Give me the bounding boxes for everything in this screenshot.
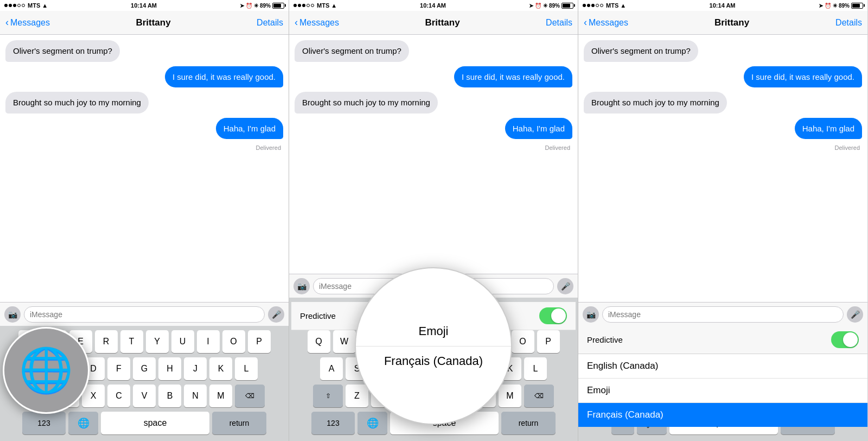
messages-area-2: Oliver's segment on trump? I sure did, i… [289, 35, 578, 274]
messages-area-3: Oliver's segment on trump? I sure did, i… [578, 35, 867, 302]
key2-m[interactable]: M [499, 385, 521, 407]
phone-panel-2: MTS ▲ 10:14 AM ➤ ⏰ ✳ 89% ‹ Messages Brit… [289, 0, 578, 441]
predictive-label-3: Predictive [587, 335, 826, 344]
key2-p[interactable]: P [537, 330, 560, 353]
lang-popup-fr-ca[interactable]: Français (Canada) [356, 346, 511, 376]
key-m[interactable]: M [209, 385, 232, 407]
time-2: 10:14 AM [420, 2, 446, 9]
lang-emoji[interactable]: Emoji [578, 379, 867, 403]
key-i[interactable]: I [197, 330, 220, 353]
message-row-2-1: Oliver's segment on trump? [295, 40, 572, 62]
key2-l[interactable]: L [524, 357, 547, 380]
key2-return[interactable]: return [501, 412, 556, 434]
key-j[interactable]: J [184, 357, 207, 380]
battery-fill-2 [563, 4, 570, 8]
message-row-1: Oliver's segment on trump? [5, 40, 283, 62]
key2-shift[interactable]: ⇧ [313, 385, 343, 407]
signal-3 [583, 4, 603, 7]
details-button-1[interactable]: Details [257, 18, 283, 28]
key2-q[interactable]: Q [308, 330, 330, 353]
camera-button-2[interactable]: 📷 [293, 278, 310, 294]
key2-z[interactable]: Z [346, 385, 368, 407]
predictive-toggle-3[interactable] [831, 331, 859, 348]
chevron-left-icon-2: ‹ [295, 17, 298, 28]
carrier-1: MTS [28, 2, 40, 9]
key-space[interactable]: space [101, 412, 209, 434]
message-row-2-3: Brought so much joy to my morning [295, 92, 572, 114]
key2-o[interactable]: O [512, 330, 534, 353]
input-bar-3: 📷 🎤 [578, 302, 867, 326]
magnify-circle-2: Emoji Français (Canada) [355, 267, 512, 425]
bubble-sent-1: I sure did, it was really good. [165, 66, 283, 88]
key-r[interactable]: R [95, 330, 118, 353]
mic-button-2[interactable]: 🎤 [557, 278, 573, 294]
dot2-2 [298, 4, 301, 7]
message-row-3-1: Oliver's segment on trump? [584, 40, 862, 62]
key2-a[interactable]: A [320, 357, 343, 380]
message-row-3-4: Haha, I'm glad [584, 118, 862, 140]
battery-fill-1 [273, 4, 281, 8]
key-h[interactable]: H [158, 357, 181, 380]
back-button-1[interactable]: ‹ Messages [5, 17, 50, 28]
message-row-3-3: Brought so much joy to my morning [584, 92, 862, 114]
key-k[interactable]: K [209, 357, 232, 380]
key-123[interactable]: 123 [22, 412, 66, 434]
details-button-2[interactable]: Details [546, 18, 572, 28]
nav-bar-3: ‹ Messages Brittany Details [578, 11, 867, 35]
key-delete[interactable]: ⌫ [235, 385, 265, 407]
key2-delete[interactable]: ⌫ [524, 385, 554, 407]
nav-bar-2: ‹ Messages Brittany Details [289, 11, 578, 35]
status-left-3: MTS ▲ [583, 2, 626, 9]
phone-panel-3: MTS ▲ 10:14 AM ➤ ⏰ ✳ 89% ‹ Messages Brit… [578, 0, 867, 441]
key-b[interactable]: B [158, 385, 181, 407]
mic-button-1[interactable]: 🎤 [268, 306, 284, 323]
camera-button-3[interactable]: 📷 [583, 306, 599, 323]
key-p[interactable]: P [248, 330, 271, 353]
key-return[interactable]: return [212, 412, 266, 434]
key-globe[interactable]: 🌐 [68, 412, 98, 434]
key-y[interactable]: Y [146, 330, 169, 353]
battery-fill-3 [852, 4, 860, 8]
dot4 [17, 4, 21, 7]
globe-icon-1: 🌐 [19, 345, 73, 396]
nav-title-1: Brittany [136, 17, 170, 28]
key-g[interactable]: G [133, 357, 156, 380]
keyboard-row-4: 123 🌐 space return [2, 412, 286, 434]
key-n[interactable]: N [184, 385, 207, 407]
key-f[interactable]: F [107, 357, 130, 380]
lang-english-canada[interactable]: English (Canada) [578, 354, 867, 379]
key-o[interactable]: O [222, 330, 245, 353]
key-u[interactable]: U [171, 330, 194, 353]
status-left-1: MTS ▲ [4, 2, 48, 9]
lang-popup-emoji[interactable]: Emoji [356, 317, 511, 346]
message-input-3[interactable] [602, 306, 844, 323]
back-button-2[interactable]: ‹ Messages [295, 17, 339, 28]
battery-icon-3 [851, 3, 863, 9]
predictive-toggle-2[interactable] [539, 307, 567, 324]
details-button-3[interactable]: Details [835, 18, 862, 28]
signal-2 [293, 4, 314, 7]
alarm-icon-2: ⏰ [535, 3, 541, 9]
bubble-received-2-2: Brought so much joy to my morning [295, 92, 438, 114]
globe-overlay-1: 🌐 [3, 327, 90, 414]
message-row-2: I sure did, it was really good. [5, 66, 283, 88]
chevron-left-icon-1: ‹ [5, 17, 9, 28]
key2-globe[interactable]: 🌐 [358, 412, 387, 434]
alarm-icon-1: ⏰ [246, 3, 252, 9]
message-input-1[interactable] [24, 306, 265, 323]
status-left-2: MTS ▲ [293, 2, 337, 9]
dot2-4 [307, 4, 310, 7]
camera-button-1[interactable]: 📷 [4, 306, 21, 323]
back-button-3[interactable]: ‹ Messages [584, 17, 628, 28]
key-t[interactable]: T [120, 330, 143, 353]
wifi-icon-3: ▲ [620, 2, 626, 9]
lang-fr-canada[interactable]: Français (Canada) [578, 403, 867, 427]
key-v[interactable]: V [133, 385, 156, 407]
mic-button-3[interactable]: 🎤 [847, 306, 863, 323]
time-1: 10:14 AM [131, 2, 157, 9]
key-l[interactable]: L [235, 357, 258, 380]
key2-123[interactable]: 123 [311, 412, 355, 434]
key-c[interactable]: C [107, 385, 130, 407]
dot3-1 [583, 4, 586, 7]
key2-w[interactable]: W [333, 330, 356, 353]
